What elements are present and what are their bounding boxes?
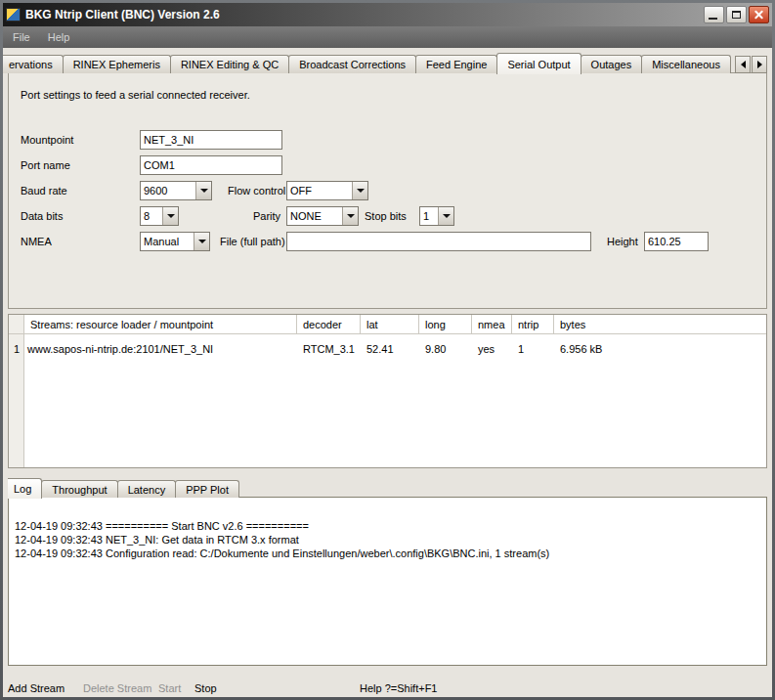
tab-bar: ervations RINEX Ephemeris RINEX Editing … — [3, 52, 730, 73]
column-header-ntrip: ntrip — [512, 315, 554, 333]
streams-table-header: Streams: resource loader / mountpoint de… — [9, 315, 766, 334]
tab-scroll-right-button[interactable] — [752, 56, 767, 73]
row-number-gutter — [9, 315, 24, 467]
tab-log[interactable]: Log — [8, 478, 42, 499]
nmea-value: Manual — [141, 233, 194, 250]
baud-rate-value: 9600 — [141, 182, 195, 199]
flow-control-label: Flow control — [228, 181, 285, 200]
dropdown-arrow-icon — [342, 207, 358, 225]
flow-control-value: OFF — [287, 182, 352, 199]
cell-nmea: yes — [472, 343, 512, 355]
tab-feed-engine[interactable]: Feed Engine — [415, 55, 497, 73]
flow-control-select[interactable]: OFF — [286, 181, 368, 200]
column-header-long: long — [419, 315, 472, 333]
dropdown-arrow-icon — [352, 182, 367, 199]
tab-broadcast-corrections[interactable]: Broadcast Corrections — [288, 55, 416, 73]
tab-observations[interactable]: ervations — [3, 55, 64, 73]
cell-mountpoint: www.sapos-ni-ntrip.de:2101/NET_3_NI — [24, 343, 297, 355]
tab-ppp-plot[interactable]: PPP Plot — [175, 480, 239, 498]
serial-output-panel: Port settings to feed a serial connected… — [8, 72, 767, 309]
close-button[interactable] — [749, 6, 769, 23]
dropdown-arrow-icon — [195, 182, 211, 199]
file-path-input[interactable] — [286, 232, 591, 251]
start-button[interactable]: Start — [158, 681, 181, 695]
data-bits-label: Data bits — [21, 206, 63, 226]
log-line: 12-04-19 09:32:43 Configuration read: C:… — [9, 547, 766, 560]
tab-label: Log — [14, 483, 31, 495]
parity-label: Parity — [253, 206, 280, 226]
tab-label: RINEX Ephemeris — [73, 59, 160, 70]
streams-table: Streams: resource loader / mountpoint de… — [8, 314, 767, 468]
add-stream-button[interactable]: Add Stream — [8, 681, 65, 695]
table-row[interactable]: 1 www.sapos-ni-ntrip.de:2101/NET_3_NI RT… — [9, 341, 766, 357]
data-bits-select[interactable]: 8 — [140, 206, 179, 226]
app-icon — [6, 8, 21, 22]
tab-latency[interactable]: Latency — [117, 480, 177, 498]
menu-help[interactable]: Help — [48, 31, 70, 43]
minimize-button[interactable] — [704, 6, 724, 23]
tab-rinex-ephemeris[interactable]: RINEX Ephemeris — [63, 55, 171, 73]
dropdown-arrow-icon — [194, 233, 209, 250]
log-output[interactable]: 12-04-19 09:32:43 ========== Start BNC v… — [8, 497, 767, 666]
column-header-mountpoint: Streams: resource loader / mountpoint — [24, 315, 297, 333]
tab-label: Miscellaneous — [652, 59, 720, 70]
height-label: Height — [607, 232, 638, 251]
dropdown-arrow-icon — [162, 207, 178, 225]
column-header-bytes: bytes — [554, 315, 766, 333]
log-line: 12-04-19 09:32:43 ========== Start BNC v… — [9, 519, 766, 533]
row-number: 1 — [9, 343, 24, 355]
chevron-down-icon — [200, 189, 208, 193]
stop-bits-value: 1 — [420, 207, 438, 225]
stop-button[interactable]: Stop — [194, 681, 217, 695]
minimize-icon — [709, 18, 717, 20]
tab-label: ervations — [9, 59, 53, 70]
parity-value: NONE — [287, 207, 342, 225]
help-button[interactable]: Help ?=Shift+F1 — [360, 681, 438, 695]
tab-rinex-editing-qc[interactable]: RINEX Editing & QC — [170, 55, 289, 73]
titlebar[interactable]: BKG Ntrip Client (BNC) Version 2.6 — [3, 3, 772, 26]
baud-rate-label: Baud rate — [21, 181, 67, 200]
column-header-nmea: nmea — [472, 315, 512, 333]
file-path-label: File (full path) — [220, 232, 285, 251]
tab-serial-output[interactable]: Serial Output — [496, 53, 581, 74]
cell-decoder: RTCM_3.1 — [297, 343, 361, 355]
window-title: BKG Ntrip Client (BNC) Version 2.6 — [25, 8, 699, 22]
tab-scroll-left-button[interactable] — [735, 56, 751, 73]
cell-bytes: 6.956 kB — [554, 343, 766, 355]
tab-label: Throughput — [52, 484, 107, 496]
panel-description: Port settings to feed a serial connected… — [21, 89, 250, 101]
chevron-down-icon — [347, 214, 355, 218]
data-bits-value: 8 — [141, 207, 162, 225]
chevron-down-icon — [443, 214, 451, 218]
cell-lat: 52.41 — [361, 343, 419, 355]
left-arrow-icon — [741, 61, 746, 68]
delete-stream-button[interactable]: Delete Stream — [83, 681, 151, 695]
cell-ntrip: 1 — [512, 343, 554, 355]
nmea-select[interactable]: Manual — [140, 232, 210, 251]
stop-bits-select[interactable]: 1 — [419, 206, 454, 226]
chevron-down-icon — [167, 214, 175, 218]
parity-select[interactable]: NONE — [286, 206, 359, 226]
column-header-lat: lat — [361, 315, 419, 333]
tab-label: RINEX Editing & QC — [181, 59, 279, 70]
nmea-label: NMEA — [21, 232, 52, 251]
baud-rate-select[interactable]: 9600 — [140, 181, 212, 200]
tab-label: Serial Output — [507, 59, 570, 70]
maximize-button[interactable] — [726, 6, 747, 23]
tab-scroll-buttons — [734, 56, 767, 73]
window-controls — [704, 6, 769, 23]
tab-outages[interactable]: Outages — [581, 55, 643, 73]
port-name-label: Port name — [21, 155, 70, 175]
tab-throughput[interactable]: Throughput — [41, 480, 117, 498]
height-input[interactable] — [644, 232, 709, 251]
port-name-input[interactable] — [140, 155, 282, 175]
maximize-icon — [732, 11, 741, 19]
tab-miscellaneous[interactable]: Miscellaneous — [641, 55, 731, 73]
right-arrow-icon — [757, 61, 762, 68]
column-header-decoder: decoder — [297, 315, 361, 333]
log-line: 12-04-19 09:32:43 NET_3_NI: Get data in … — [9, 533, 766, 547]
menu-file[interactable]: File — [13, 31, 30, 43]
menu-bar: File Help — [3, 26, 772, 48]
mountpoint-input[interactable] — [140, 130, 282, 150]
gutter-header-cell — [9, 315, 24, 333]
